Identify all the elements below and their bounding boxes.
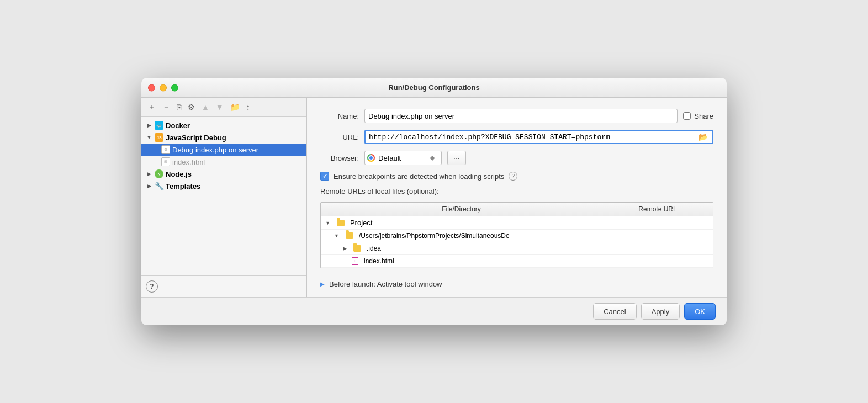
index-html-icon: ⊞ (161, 157, 170, 166)
col-header-url: Remote URL (602, 203, 713, 216)
titlebar: Run/Debug Configurations (141, 78, 727, 98)
url-row: URL: 📂 (320, 130, 713, 144)
idea-folder-label: .idea (367, 245, 381, 252)
browser-label: Browser: (320, 154, 359, 162)
dialog-title: Run/Debug Configurations (388, 83, 479, 92)
url-input-wrapper: 📂 (364, 130, 713, 144)
table-header: File/Directory Remote URL (321, 203, 713, 216)
sort-button[interactable]: ↕ (244, 102, 252, 113)
nodejs-icon: N (155, 169, 163, 178)
table-row[interactable]: /Users/jetbrains/PhpstormProjects/Simult… (321, 230, 713, 242)
jsdebug-icon: JS (155, 133, 163, 142)
cancel-button[interactable]: Cancel (593, 303, 636, 320)
url-browse-button[interactable]: 📂 (697, 132, 709, 141)
index-html-file-label: index.html (364, 257, 394, 265)
checkbox-row: Ensure breakpoints are detected when loa… (320, 172, 713, 181)
new-folder-button[interactable]: 📁 (228, 102, 242, 113)
traffic-lights (148, 84, 178, 91)
templates-label: Templates (166, 182, 200, 190)
share-label: Share (694, 112, 713, 120)
close-button[interactable] (148, 84, 155, 91)
settings-button[interactable]: ⚙ (186, 102, 197, 113)
name-label: Name: (320, 112, 359, 120)
remove-config-button[interactable]: － (160, 101, 172, 113)
dialog-body: ＋ － ⎘ ⚙ ▲ ▼ 📁 ↕ 🐳 Docker (141, 98, 727, 297)
tree-item-jsdebug[interactable]: JS JavaScript Debug (141, 131, 306, 144)
tree-item-debug-php[interactable]: ⚙ Debug index.php on server (141, 144, 306, 156)
debug-php-icon: ⚙ (161, 145, 170, 154)
project-arrow (325, 220, 330, 226)
left-bottom: ? (141, 275, 306, 297)
jsdebug-arrow (146, 134, 152, 141)
run-debug-dialog: Run/Debug Configurations ＋ － ⎘ ⚙ ▲ ▼ 📁 ↕ (141, 78, 727, 325)
debug-php-arrow (152, 146, 159, 153)
docker-arrow (146, 122, 152, 129)
tree-item-index-html[interactable]: ⊞ index.html (141, 156, 306, 168)
nodejs-arrow (146, 171, 152, 177)
copy-config-button[interactable]: ⎘ (174, 102, 183, 113)
before-launch-text: Before launch: Activate tool window (329, 280, 442, 288)
table-body: Project /Users/jetbrains/PhpstormProject… (321, 216, 713, 268)
table-row[interactable]: H index.html (321, 255, 713, 268)
nodejs-label: Node.js (166, 170, 192, 178)
idea-folder-icon (353, 245, 361, 252)
chrome-icon (367, 154, 375, 162)
dialog-footer: Cancel Apply OK (141, 297, 727, 325)
share-checkbox[interactable] (683, 112, 691, 120)
before-launch-arrow[interactable]: ▶ (320, 281, 325, 287)
ensure-breakpoints-checkbox[interactable] (320, 172, 329, 181)
debug-php-label: Debug index.php on server (172, 146, 258, 154)
add-config-button[interactable]: ＋ (146, 101, 158, 113)
col-header-file: File/Directory (321, 203, 602, 216)
file-table: File/Directory Remote URL Project (320, 202, 713, 268)
browser-spinner (430, 156, 439, 161)
checkbox-label: Ensure breakpoints are detected when loa… (334, 172, 504, 181)
tree-item-nodejs[interactable]: N Node.js (141, 168, 306, 180)
move-down-button[interactable]: ▼ (214, 102, 226, 113)
name-row: Name: Share (320, 109, 713, 123)
browser-value: Default (378, 154, 401, 162)
before-launch-section: ▶ Before launch: Activate tool window (320, 275, 713, 288)
minimize-button[interactable] (160, 84, 167, 91)
index-html-arrow (152, 158, 159, 165)
users-folder-arrow (334, 233, 339, 238)
templates-arrow (146, 183, 152, 189)
templates-icon: 🔧 (155, 182, 163, 190)
checkbox-help-icon[interactable]: ? (509, 172, 517, 181)
idea-folder-arrow (343, 246, 347, 251)
browser-more-button[interactable]: ··· (447, 151, 466, 165)
remote-urls-label-row: Remote URLs of local files (optional): (320, 187, 713, 195)
browser-select[interactable]: Default (364, 151, 442, 165)
url-label: URL: (320, 133, 359, 141)
project-folder-icon (337, 220, 345, 226)
tree-item-templates[interactable]: 🔧 Templates (141, 180, 306, 192)
users-folder-label: /Users/jetbrains/PhpstormProjects/Simult… (359, 232, 510, 240)
name-input[interactable] (364, 109, 678, 123)
index-html-file-icon: H (352, 257, 358, 265)
docker-icon: 🐳 (155, 121, 163, 130)
maximize-button[interactable] (171, 84, 178, 91)
remote-urls-label: Remote URLs of local files (optional): (320, 187, 439, 195)
ok-button[interactable]: OK (684, 303, 716, 320)
left-panel: ＋ － ⎘ ⚙ ▲ ▼ 📁 ↕ 🐳 Docker (141, 98, 307, 297)
project-label: Project (350, 219, 372, 227)
users-folder-icon (346, 232, 353, 239)
before-launch-divider (447, 284, 713, 284)
docker-label: Docker (166, 121, 190, 130)
tree-item-docker[interactable]: 🐳 Docker (141, 119, 306, 131)
index-html-label: index.html (172, 158, 205, 166)
table-row[interactable]: .idea (321, 242, 713, 255)
right-panel: Name: Share URL: 📂 Browser: (307, 98, 727, 297)
url-input[interactable] (369, 133, 695, 141)
browser-row: Browser: Default ··· (320, 151, 713, 165)
apply-button[interactable]: Apply (641, 303, 680, 320)
jsdebug-label: JavaScript Debug (166, 134, 226, 142)
config-toolbar: ＋ － ⎘ ⚙ ▲ ▼ 📁 ↕ (141, 98, 306, 117)
help-button[interactable]: ? (146, 280, 158, 293)
config-tree: 🐳 Docker JS JavaScript Debug (141, 117, 306, 275)
move-up-button[interactable]: ▲ (199, 102, 211, 113)
svg-text:JS: JS (157, 136, 162, 140)
table-row[interactable]: Project (321, 216, 713, 230)
